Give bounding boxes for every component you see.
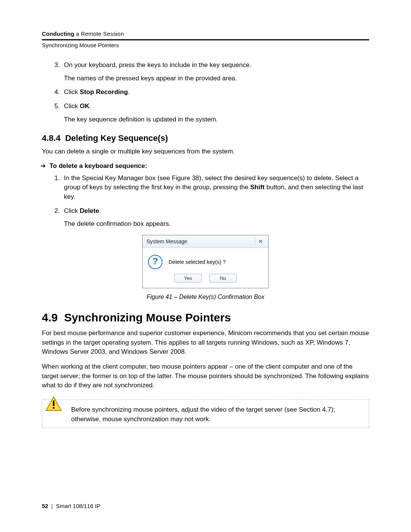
heading-title: Deleting Key Sequence(s): [65, 133, 168, 143]
yes-button[interactable]: Yes: [174, 274, 202, 283]
running-subheader: Synchronizing Mouse Pointers: [42, 42, 369, 48]
heading-4-9: 4.9 Synchronizing Mouse Pointers: [42, 311, 369, 324]
product-name: Smart 108/116 IP: [56, 503, 100, 509]
heading-4-8-4: 4.8.4 Deleting Key Sequence(s): [42, 133, 369, 143]
step-4-post: .: [128, 88, 130, 96]
heading-num: 4.8.4: [42, 133, 61, 143]
dialog-titlebar: System Message ✕: [143, 235, 268, 248]
step-4: Click Stop Recording.: [62, 88, 369, 97]
dialog-title: System Message: [147, 238, 187, 244]
del-step-2-post: .: [99, 207, 101, 214]
no-button[interactable]: No: [209, 274, 237, 283]
page-footer: 52 | Smart 108/116 IP: [42, 503, 100, 509]
step-3-text: On your keyboard, press the keys to incl…: [64, 61, 251, 69]
svg-rect-2: [53, 407, 54, 409]
close-icon[interactable]: ✕: [255, 238, 266, 245]
step-5-bold: OK: [80, 102, 90, 110]
confirmation-dialog: System Message ✕ ? Delete selected key(s…: [142, 235, 269, 288]
step-5-pre: Click: [64, 102, 80, 110]
chapter-bold: Conducting: [42, 30, 74, 37]
running-header: Conducting a Remote Session: [42, 30, 369, 37]
chapter-rest: a Remote Session: [74, 30, 124, 37]
step-4-pre: Click: [64, 88, 80, 96]
steps-continued: On your keyboard, press the keys to incl…: [42, 61, 369, 124]
heading-4-9-num: 4.9: [42, 311, 58, 324]
svg-rect-1: [53, 401, 54, 406]
step-3: On your keyboard, press the keys to incl…: [62, 61, 369, 83]
sync-para-2: When working at the client computer, two…: [42, 362, 369, 390]
delete-steps: In the Special Key Manager box (see Figu…: [42, 174, 369, 229]
figure-caption: Figure 41 – Delete Key(s) Confirmation B…: [42, 294, 369, 300]
page-number: 52: [42, 503, 48, 509]
warning-box: Before synchronizing mouse pointers, adj…: [42, 399, 369, 428]
dialog-buttons: Yes No: [143, 272, 268, 288]
step-5-post: .: [89, 102, 91, 110]
figure-41: System Message ✕ ? Delete selected key(s…: [42, 235, 369, 290]
del-step-2-bold: Delete: [80, 207, 99, 214]
sync-para-1: For best mouse performance and superior …: [42, 329, 369, 357]
question-icon: ?: [148, 255, 162, 269]
heading-4-9-title: Synchronizing Mouse Pointers: [64, 311, 231, 324]
step-4-bold: Stop Recording: [80, 88, 128, 96]
dialog-body: ? Delete selected key(s) ?: [143, 248, 268, 272]
del-step-2-pre: Click: [64, 207, 80, 214]
warning-text: Before synchronizing mouse pointers, adj…: [71, 406, 335, 423]
warning-icon: [45, 396, 62, 411]
del-step-2-sub: The delete confirmation box appears.: [64, 219, 369, 229]
del-step-1: In the Special Key Manager box (see Figu…: [62, 174, 369, 202]
procedure-lead: To delete a keyboard sequence:: [42, 162, 369, 170]
step-5: Click OK. The key sequence definition is…: [62, 102, 369, 124]
del-intro: You can delete a single or multiple key …: [42, 147, 369, 157]
step-3-sub: The names of the pressed keys appear in …: [64, 74, 369, 83]
step-5-sub: The key sequence definition is updated i…: [64, 115, 369, 125]
del-step-2: Click Delete. The delete confirmation bo…: [62, 206, 369, 229]
del-step-1b: Shift: [250, 184, 265, 191]
dialog-message: Delete selected key(s) ?: [169, 259, 226, 265]
header-rule: [42, 39, 369, 40]
